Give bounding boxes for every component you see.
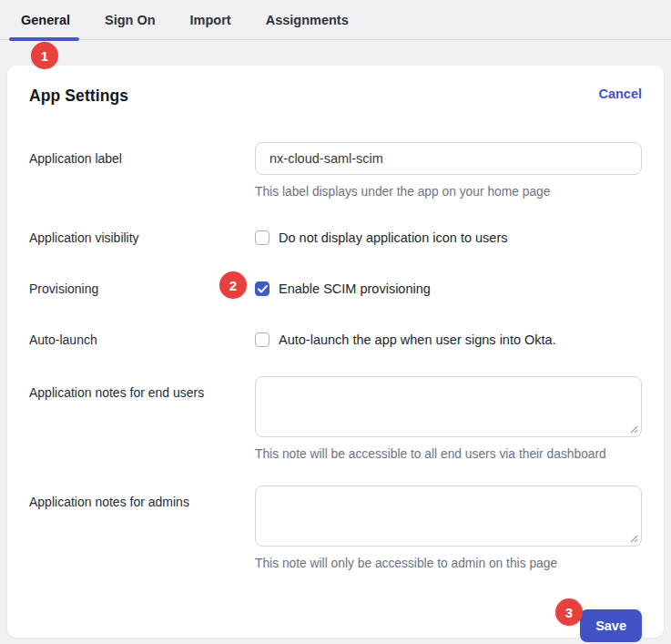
save-button[interactable]: Save [580,609,642,642]
application-visibility-text: Do not display application icon to users [279,230,507,246]
auto-launch-text: Auto-launch the app when user signs into… [279,332,556,348]
annotation-badge-3: 3 [555,598,583,626]
application-label-helper: This label displays under the app on you… [255,185,642,199]
active-tab-indicator [9,37,79,41]
notes-end-users-helper: This note will be accessible to all end … [255,447,642,462]
application-visibility-row: Application visibility Do not display ap… [29,230,642,246]
tab-sign-on[interactable]: Sign On [105,13,156,27]
app-settings-page: General Sign On Import Assignments 1 2 3… [0,0,671,644]
card-header: App Settings Cancel [29,87,642,106]
tab-general[interactable]: General [21,13,70,27]
notes-end-users-textarea[interactable] [255,376,642,437]
tab-bar: General Sign On Import Assignments [0,0,671,40]
provisioning-row: Provisioning Enable SCIM provisioning [29,281,642,297]
application-visibility-label: Application visibility [29,230,255,246]
annotation-badge-1: 1 [31,42,58,69]
cancel-button[interactable]: Cancel [598,87,642,101]
application-label-label: Application label [29,142,255,167]
notes-admins-label: Application notes for admins [29,486,255,510]
auto-launch-checkbox[interactable] [255,332,269,347]
auto-launch-row: Auto-launch Auto-launch the app when use… [29,332,642,348]
notes-admins-textarea[interactable] [255,486,642,547]
app-settings-card: App Settings Cancel Application label Th… [7,66,664,638]
application-visibility-checkbox[interactable] [255,230,269,245]
page-title: App Settings [29,87,128,106]
scim-provisioning-checkbox[interactable] [255,281,269,296]
notes-end-users-row: Application notes for end users This not… [29,376,642,462]
save-row: Save [29,609,642,642]
notes-admins-helper: This note will only be accessible to adm… [255,557,642,571]
notes-admins-row: Application notes for admins This note w… [29,486,642,571]
tab-assignments[interactable]: Assignments [266,13,349,27]
application-label-input[interactable] [255,142,642,175]
scim-provisioning-text: Enable SCIM provisioning [279,281,431,297]
tab-import[interactable]: Import [190,13,231,27]
application-label-row: Application label This label displays un… [29,142,642,199]
annotation-badge-2: 2 [219,271,247,299]
auto-launch-label: Auto-launch [29,332,255,348]
notes-end-users-label: Application notes for end users [29,376,255,401]
